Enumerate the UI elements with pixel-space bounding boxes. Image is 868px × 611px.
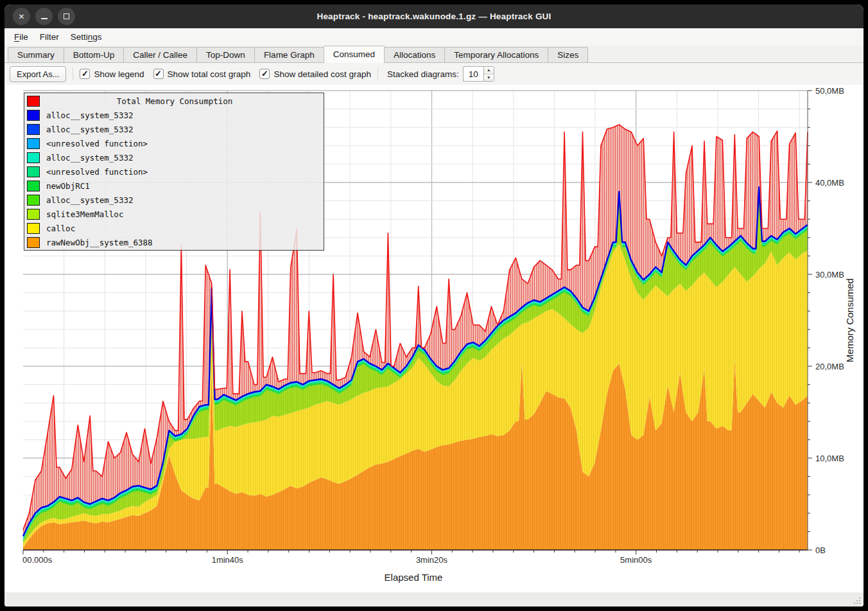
legend-item-label: calloc	[46, 224, 75, 233]
tab-summary[interactable]: Summary	[8, 47, 64, 62]
svg-text:50,0MB: 50,0MB	[815, 86, 844, 96]
legend-item-label: alloc__system_5332	[46, 195, 133, 205]
chart-legend: Total Memory Consumptionalloc__system_53…	[24, 93, 324, 251]
spinner-down-icon[interactable]: ▼	[484, 75, 494, 82]
window-title: Heaptrack - heaptrack.wakunode.1.gz — He…	[317, 12, 551, 21]
spinner-up-icon[interactable]: ▲	[484, 67, 494, 75]
legend-swatch-icon	[27, 166, 40, 177]
svg-text:Memory Consumed: Memory Consumed	[844, 278, 855, 362]
legend-item: alloc__system_5332	[26, 193, 322, 207]
legend-swatch-icon	[27, 96, 40, 107]
legend-swatch-icon	[27, 110, 40, 121]
consumed-chart[interactable]: 00.000s1min40s3min20s5min00s0B10,0MB20,0…	[4, 85, 864, 592]
checkbox-check-icon[interactable]: ✓	[80, 69, 90, 79]
tab-flame-graph[interactable]: Flame Graph	[254, 47, 324, 62]
legend-item: newObjRC1	[26, 179, 322, 193]
checkbox-check-icon[interactable]: ✓	[259, 69, 270, 79]
toolbar-separator	[378, 67, 378, 80]
checkbox-group: ✓Show legend✓Show total cost graph✓Show …	[80, 69, 371, 79]
legend-swatch-icon	[27, 181, 40, 191]
legend-item-label: sqlite3MemMalloc	[46, 209, 123, 219]
legend-swatch-icon	[27, 124, 40, 135]
legend-item: sqlite3MemMalloc	[26, 207, 322, 221]
checkbox-show-detailed-cost-graph[interactable]: ✓Show detailed cost graph	[259, 69, 371, 79]
legend-title-row: Total Memory Consumption	[26, 94, 322, 108]
legend-item-label: alloc__system_5332	[46, 125, 133, 134]
menubar: FileFilterSettings	[4, 28, 864, 46]
menu-item-filter[interactable]: Filter	[34, 30, 65, 44]
menu-item-file[interactable]: File	[8, 30, 34, 44]
legend-item: <unresolved function>	[26, 136, 322, 150]
checkbox-label: Show total cost graph	[168, 69, 251, 79]
legend-swatch-icon	[27, 138, 40, 149]
legend-item: rawNewObj__system_6388	[26, 235, 322, 249]
svg-text:0B: 0B	[815, 545, 826, 555]
svg-text:3min20s: 3min20s	[416, 555, 448, 565]
svg-text:5min00s: 5min00s	[620, 555, 652, 565]
svg-text:1min40s: 1min40s	[212, 555, 244, 565]
legend-item-label: alloc__system_5332	[46, 111, 133, 120]
window-bottom-strip	[4, 592, 864, 607]
export-as-button[interactable]: Export As...	[10, 66, 66, 82]
checkbox-show-total-cost-graph[interactable]: ✓Show total cost graph	[153, 69, 251, 79]
desktop-background: ✕ Heaptrack - heaptrack.wakunode.1.gz — …	[0, 0, 868, 611]
tab-consumed[interactable]: Consumed	[324, 46, 385, 63]
tab-bottom-up[interactable]: Bottom-Up	[64, 47, 125, 62]
checkbox-label: Show legend	[94, 69, 144, 79]
checkbox-label: Show detailed cost graph	[273, 69, 371, 79]
legend-item: <unresolved function>	[26, 164, 322, 179]
resize-grip[interactable]	[853, 597, 861, 605]
legend-item-label: rawNewObj__system_6388	[46, 238, 153, 247]
tab-sizes[interactable]: Sizes	[548, 47, 588, 62]
tab-temporary-allocations[interactable]: Temporary Allocations	[444, 47, 548, 62]
legend-item-label: alloc__system_5332	[46, 153, 133, 163]
legend-item: calloc	[26, 221, 322, 235]
legend-item: alloc__system_5332	[26, 122, 322, 136]
stacked-diagrams-value[interactable]: 10	[463, 66, 483, 82]
svg-text:10,0MB: 10,0MB	[815, 454, 844, 463]
legend-swatch-icon	[27, 195, 40, 206]
legend-swatch-icon	[27, 209, 40, 220]
legend-item-label: <unresolved function>	[46, 139, 148, 148]
svg-text:40,0MB: 40,0MB	[815, 178, 844, 188]
legend-swatch-icon	[27, 223, 40, 234]
checkbox-show-legend[interactable]: ✓Show legend	[80, 69, 144, 79]
legend-item-label: <unresolved function>	[46, 167, 148, 177]
heaptrack-window: ✕ Heaptrack - heaptrack.wakunode.1.gz — …	[4, 4, 864, 607]
stacked-diagrams-label: Stacked diagrams:	[387, 69, 459, 79]
checkbox-check-icon[interactable]: ✓	[153, 69, 164, 79]
legend-item: alloc__system_5332	[26, 108, 322, 122]
menu-item-settings[interactable]: Settings	[65, 30, 108, 44]
svg-text:30,0MB: 30,0MB	[815, 270, 844, 279]
svg-text:20,0MB: 20,0MB	[815, 362, 844, 371]
tab-caller-callee[interactable]: Caller / Callee	[123, 47, 197, 62]
legend-item-label: newObjRC1	[46, 181, 90, 191]
stacked-diagrams-spinner[interactable]: 10 ▲ ▼	[463, 66, 494, 82]
tab-top-down[interactable]: Top-Down	[196, 47, 255, 62]
legend-swatch-icon	[27, 237, 40, 248]
toolbar: Export As... ✓Show legend✓Show total cos…	[4, 63, 864, 85]
legend-title: Total Memory Consumption	[46, 96, 322, 106]
legend-swatch-icon	[27, 152, 40, 163]
tab-allocations[interactable]: Allocations	[384, 47, 445, 62]
minimize-icon[interactable]	[35, 8, 53, 25]
svg-text:00.000s: 00.000s	[22, 555, 53, 565]
legend-item: alloc__system_5332	[26, 150, 322, 164]
window-controls: ✕	[13, 8, 75, 25]
titlebar[interactable]: ✕ Heaptrack - heaptrack.wakunode.1.gz — …	[4, 4, 864, 28]
maximize-icon[interactable]	[58, 8, 75, 25]
close-icon[interactable]: ✕	[13, 8, 30, 25]
tab-bar: SummaryBottom-UpCaller / CalleeTop-DownF…	[4, 46, 864, 63]
svg-text:Elapsed Time: Elapsed Time	[385, 572, 443, 583]
toolbar-separator	[73, 67, 73, 80]
